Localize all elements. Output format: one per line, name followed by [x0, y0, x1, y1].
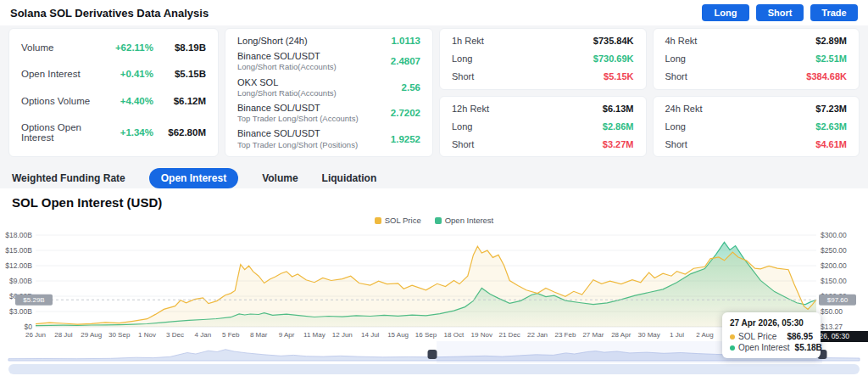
tab-volume[interactable]: Volume: [262, 172, 298, 184]
ratio-subtitle: Top Trader Long/Short (Accounts): [237, 114, 391, 124]
rekt-total-value: $6.13M: [603, 104, 634, 114]
svg-text:11 May: 11 May: [303, 331, 326, 339]
longshort-ratio-card: Long/Short (24h)1.0113Binance SOL/USDTLo…: [225, 28, 433, 157]
svg-text:26 Jun: 26 Jun: [25, 331, 46, 339]
navigator-handle-left[interactable]: [428, 350, 437, 359]
ratio-row: Binance SOL/USDTTop Trader Long/Short (P…: [237, 127, 420, 150]
svg-text:22 Jan: 22 Jan: [527, 331, 548, 339]
legend-item-sol-price[interactable]: SOL Price: [375, 216, 421, 225]
trade-button[interactable]: Trade: [810, 4, 858, 21]
stats-section: Volume+62.11%$8.19BOpen Interest+0.41%$5…: [8, 28, 860, 157]
stat-label: Volume: [21, 42, 97, 53]
stat-change: +0.41%: [97, 69, 153, 79]
svg-text:27 Mar: 27 Mar: [582, 331, 604, 339]
rekt-total-value: $2.89M: [815, 36, 847, 46]
tooltip-series-value: $5.18B: [795, 343, 822, 352]
page-header: Solana SOL Derivatives Data Analysis Lon…: [0, 0, 868, 25]
sol-price-area: [36, 246, 816, 327]
ratio-subtitle: Long/Short Ratio(Accounts): [237, 62, 391, 72]
rekt-short-row: Short$5.15K: [452, 71, 634, 81]
svg-text:2 Aug: 2 Aug: [696, 331, 713, 339]
tab-liquidation[interactable]: Liquidation: [322, 172, 377, 184]
rekt-short-row: Short$3.27M: [452, 139, 634, 149]
ratio-row: Long/Short (24h)1.0113: [237, 35, 420, 47]
rekt-period-label: 1h Rekt: [452, 36, 593, 46]
svg-text:3 Dec: 3 Dec: [166, 331, 184, 339]
rekt-long-label: Long: [452, 121, 603, 132]
chart-title: SOL Open Interest (USD): [12, 195, 162, 210]
ratio-value: 2.56: [402, 82, 420, 93]
rekt-period-label: 12h Rekt: [452, 104, 603, 114]
tooltip-series-name: Open Interest: [738, 343, 790, 352]
svg-text:28 Apr: 28 Apr: [611, 331, 631, 339]
ratio-row: OKX SOLLong/Short Ratio(Accounts)2.56: [237, 76, 420, 99]
chart-tabs: Weighted Funding RateOpen InterestVolume…: [12, 168, 376, 188]
svg-text:29 Aug: 29 Aug: [81, 331, 102, 339]
tooltip-series-value: $86.95: [787, 332, 813, 341]
svg-text:15 Aug: 15 Aug: [387, 331, 409, 339]
ratio-title: Binance SOL/USDT: [237, 50, 391, 62]
tooltip-row: Open Interest$5.18B: [730, 343, 813, 352]
svg-text:$9.00B: $9.00B: [9, 277, 32, 285]
tab-open-interest[interactable]: Open Interest: [149, 168, 238, 188]
ratio-labels: Binance SOL/USDTTop Trader Long/Short (P…: [237, 127, 391, 150]
rekt-long-value: $730.69K: [593, 53, 634, 64]
long-button[interactable]: Long: [702, 4, 749, 21]
svg-text:$12.00B: $12.00B: [5, 261, 32, 270]
svg-text:14 Jul: 14 Jul: [361, 331, 380, 339]
svg-text:$200.00: $200.00: [821, 261, 847, 270]
svg-text:18 Oct: 18 Oct: [444, 331, 465, 339]
rekt-total-value: $7.23M: [815, 104, 847, 114]
stat-change: +62.11%: [97, 42, 153, 53]
rekt-long-value: $2.63M: [815, 121, 847, 132]
svg-text:$13.27: $13.27: [821, 323, 843, 331]
stat-value: $62.80M: [153, 127, 206, 137]
tab-weighted-funding-rate[interactable]: Weighted Funding Rate: [12, 172, 125, 184]
rekt-total-row: 12h Rekt$6.13M: [452, 104, 634, 114]
svg-text:12 Jun: 12 Jun: [332, 331, 353, 339]
rekt-period-label: 24h Rekt: [665, 104, 816, 114]
rekt-long-label: Long: [665, 53, 816, 64]
ratio-value: 2.4807: [391, 56, 420, 66]
tooltip-row: SOL Price$86.95: [730, 332, 813, 341]
rekt-total-row: 24h Rekt$7.23M: [665, 104, 848, 114]
legend-label: SOL Price: [385, 216, 421, 225]
header-actions: LongShortTrade: [695, 4, 858, 21]
rekt-long-row: Long$2.63M: [665, 121, 848, 132]
svg-text:23 Feb: 23 Feb: [555, 331, 576, 339]
rekt-column-left: 1h Rekt$735.84KLong$730.69KShort$5.15K12…: [439, 28, 647, 157]
legend-swatch-icon: [375, 217, 381, 224]
svg-text:5 Feb: 5 Feb: [222, 331, 240, 339]
series-dot-icon: [730, 345, 735, 351]
market-stat-row: Options Volume+4.40%$6.12M: [21, 96, 206, 106]
svg-text:$5.29B: $5.29B: [23, 296, 44, 304]
rekt-card: 4h Rekt$2.89MLong$2.51MShort$384.68K: [653, 28, 860, 90]
rekt-card: 24h Rekt$7.23MLong$2.63MShort$4.61M: [653, 96, 860, 158]
rekt-long-label: Long: [452, 53, 593, 64]
svg-text:$250.00: $250.00: [821, 246, 847, 255]
ratio-labels: Long/Short (24h): [237, 35, 391, 47]
market-stat-row: Open Interest+0.41%$5.15B: [21, 69, 206, 79]
rekt-short-value: $384.68K: [806, 71, 847, 81]
rekt-long-value: $2.51M: [815, 53, 847, 64]
rekt-short-value: $3.27M: [603, 139, 634, 149]
rekt-short-label: Short: [665, 71, 807, 81]
svg-text:$3.00B: $3.00B: [9, 307, 32, 316]
short-button[interactable]: Short: [756, 4, 804, 21]
x-axis-labels: 26 Jun28 Jul29 Aug30 Sep1 Nov3 Dec4 Jan5…: [25, 331, 825, 339]
svg-text:8 Mar: 8 Mar: [250, 331, 268, 339]
stat-change: +4.40%: [97, 96, 153, 106]
legend-item-open-interest[interactable]: Open Interest: [435, 216, 494, 225]
ratio-row: Binance SOL/USDTLong/Short Ratio(Account…: [237, 50, 420, 73]
tooltip-series-name: SOL Price: [738, 332, 782, 341]
tooltip-date: 27 Apr 2026, 05:30: [730, 318, 813, 328]
rekt-card: 12h Rekt$6.13MLong$2.86MShort$3.27M: [439, 96, 647, 158]
svg-text:19 Nov: 19 Nov: [471, 331, 492, 339]
stat-label: Open Interest: [21, 69, 97, 79]
svg-text:$97.60: $97.60: [827, 296, 849, 304]
svg-text:$18.00B: $18.00B: [5, 231, 32, 239]
stat-value: $6.12M: [153, 96, 206, 106]
rekt-short-row: Short$384.68K: [665, 71, 848, 81]
rekt-total-value: $735.84K: [593, 36, 634, 46]
chart-scrollbar[interactable]: [8, 364, 860, 374]
